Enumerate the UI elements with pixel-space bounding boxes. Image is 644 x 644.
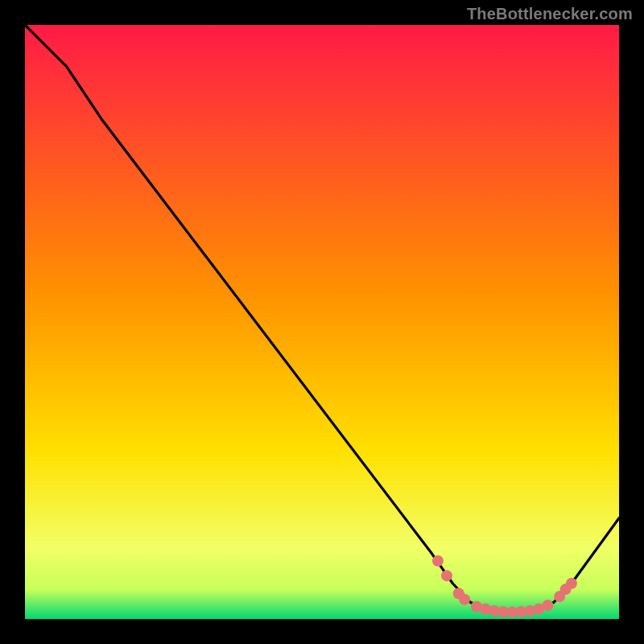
chart-frame: TheBottlenecker.com <box>0 0 644 644</box>
plot-area <box>25 25 619 619</box>
marker-dot <box>566 578 577 589</box>
attribution-text: TheBottlenecker.com <box>467 5 633 23</box>
marker-dot <box>441 570 452 581</box>
gradient-background <box>25 25 619 619</box>
marker-dot <box>542 600 553 611</box>
marker-dot <box>459 594 470 605</box>
chart-svg <box>25 25 619 619</box>
marker-dot <box>432 555 444 567</box>
